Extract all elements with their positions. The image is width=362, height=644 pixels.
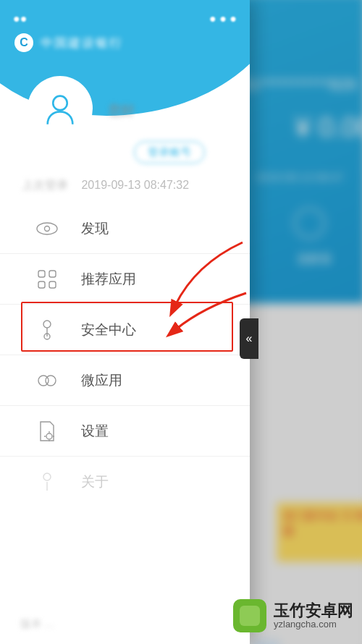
side-drawer: ●● ● ● ● C 中国建设银行 您好 登录账号 上次登录 2019-09-1…	[0, 0, 250, 644]
last-login: 上次登录 2019-09-13 08:47:32	[22, 178, 189, 193]
settings-file-icon	[35, 419, 59, 444]
user-icon	[41, 90, 79, 127]
drawer-collapse-tab[interactable]: «	[240, 318, 258, 359]
drawer-footer: 版本 ...	[0, 603, 250, 644]
link-icon	[35, 368, 59, 393]
menu-item-label: 推荐应用	[81, 270, 136, 289]
bank-logo-row: C 中国建设银行	[14, 33, 123, 52]
svg-point-7	[43, 321, 51, 328]
watermark: 玉竹安卓网 yzlangcha.com	[233, 599, 353, 632]
chevron-left-icon: «	[246, 332, 253, 345]
menu-item-settings[interactable]: 设置	[0, 406, 250, 457]
login-badge[interactable]: 登录账号	[134, 141, 205, 164]
apps-icon	[35, 267, 59, 292]
svg-point-2	[45, 226, 50, 231]
svg-rect-6	[49, 281, 56, 288]
svg-rect-3	[38, 271, 45, 277]
menu-item-label: 发现	[81, 219, 109, 238]
watermark-logo-icon	[233, 599, 266, 632]
menu-item-label: 设置	[81, 422, 109, 441]
svg-point-12	[43, 473, 51, 480]
menu-item-label: 安全中心	[81, 321, 136, 339]
avatar[interactable]	[28, 76, 93, 141]
menu-item-recommend[interactable]: 推荐应用	[0, 254, 250, 305]
drawer-menu: 发现 推荐应用 安全中心	[0, 199, 250, 603]
bank-logo-icon: C	[14, 33, 33, 52]
svg-rect-4	[49, 271, 56, 277]
menu-item-about[interactable]: 关于	[0, 457, 250, 507]
svg-rect-5	[38, 281, 45, 288]
drawer-header: ●● ● ● ● C 中国建设银行 您好 登录账号 上次登录 2019-09-1…	[0, 0, 250, 199]
last-login-label: 上次登录	[22, 179, 68, 191]
menu-item-microapp[interactable]: 微应用	[0, 355, 250, 406]
status-bar: ●● ● ● ●	[0, 10, 250, 27]
footer-text: 版本 ...	[20, 617, 54, 631]
bank-name: 中国建设银行	[41, 35, 123, 51]
watermark-title: 玉竹安卓网	[274, 601, 353, 619]
menu-item-label: 关于	[81, 473, 109, 491]
svg-point-1	[37, 223, 57, 234]
greeting-text: 您好	[109, 101, 135, 119]
svg-point-10	[46, 376, 56, 386]
status-right: ● ● ●	[209, 10, 237, 27]
info-icon	[35, 470, 59, 494]
menu-item-security[interactable]: 安全中心	[0, 305, 250, 355]
watermark-url: yzlangcha.com	[274, 619, 353, 630]
svg-point-0	[53, 96, 67, 111]
last-login-time: 2019-09-13 08:47:32	[81, 179, 189, 191]
lock-icon	[35, 318, 59, 342]
menu-item-discover[interactable]: 发现	[0, 203, 250, 254]
status-left: ●●	[13, 10, 27, 27]
menu-item-label: 微应用	[81, 371, 122, 390]
eye-icon	[35, 216, 59, 241]
svg-point-11	[46, 433, 52, 439]
